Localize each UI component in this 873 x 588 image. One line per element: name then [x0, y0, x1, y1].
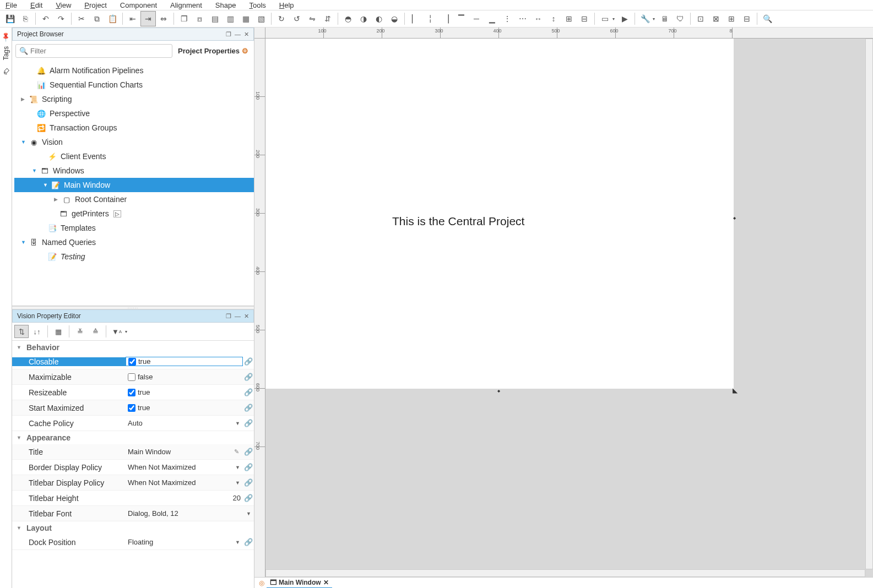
align-center-icon[interactable]: ╎ [422, 11, 438, 26]
save-all-icon[interactable]: ⎘ [18, 11, 33, 26]
align-top-icon[interactable]: ▔ [453, 11, 469, 26]
filter-icon[interactable]: ▼A [110, 325, 124, 338]
minimize-icon[interactable]: — [235, 31, 241, 38]
prop-cache-policy[interactable]: Cache Policy Auto ▼ 🔗 [12, 416, 254, 431]
menu-project[interactable]: Project [84, 1, 106, 9]
prop-dock-position[interactable]: Dock Position Floating ▼ 🔗 [12, 535, 254, 550]
same-size-icon[interactable]: ⊞ [561, 11, 577, 26]
menu-help[interactable]: Help [279, 1, 294, 9]
tree-item-templates[interactable]: 📑 Templates [14, 221, 254, 235]
back-icon[interactable]: ▥ [223, 11, 238, 26]
align3-icon[interactable]: ⇔ [156, 11, 171, 26]
filter-input[interactable]: 🔍 [15, 44, 172, 58]
menu-file[interactable]: File [6, 1, 17, 9]
tree-item-client-events[interactable]: ⚡ Client Events [14, 149, 254, 164]
exclude-icon[interactable]: ◒ [387, 11, 402, 26]
flip-v-icon[interactable]: ⇵ [320, 11, 335, 26]
menu-component[interactable]: Component [120, 1, 157, 9]
horizontal-scrollbar[interactable] [265, 569, 865, 577]
bind-icon[interactable]: 🔗 [243, 404, 254, 412]
tree-item-scripting[interactable]: ▶ 📜 Scripting [14, 92, 254, 106]
paste-icon[interactable]: 📋 [105, 11, 120, 26]
minimize-icon[interactable]: — [235, 313, 241, 320]
menu-view[interactable]: View [56, 1, 71, 9]
bind-icon[interactable]: 🔗 [243, 478, 254, 487]
project-properties-button[interactable]: Project Properties ⚙ [176, 44, 251, 58]
tag-icon[interactable]: 🏷 [1, 67, 10, 77]
label-component[interactable]: This is the Central Project [392, 215, 524, 228]
bind-icon[interactable]: 🔗 [243, 463, 254, 471]
snap4-icon[interactable]: ⊟ [739, 11, 755, 26]
prop-border-policy[interactable]: Border Display Policy When Not Maximized… [12, 460, 254, 475]
front-icon[interactable]: ▤ [207, 11, 223, 26]
intersect-icon[interactable]: ◐ [371, 11, 387, 26]
cat-layout[interactable]: ▼Layout [12, 521, 254, 535]
rotate-ccw-icon[interactable]: ↺ [289, 11, 305, 26]
redo-icon[interactable]: ↷ [53, 11, 69, 26]
dropdown-icon[interactable]: ▼ [235, 540, 243, 545]
snap2-icon[interactable]: ⊠ [708, 11, 724, 26]
bind-icon[interactable]: 🔗 [243, 373, 254, 381]
prop-title[interactable]: Title Main Window ✎ 🔗 [12, 444, 254, 460]
same-width-icon[interactable]: ↔ [530, 11, 546, 26]
shield-icon[interactable]: 🛡 [673, 11, 688, 26]
prop-start-maximized[interactable]: Start Maximized true 🔗 [12, 400, 254, 416]
dropdown-icon[interactable]: ▼ [235, 421, 243, 426]
window-surface[interactable]: This is the Central Project [265, 39, 734, 389]
close-tab-icon[interactable]: ✕ [323, 579, 329, 586]
tree-item-main-window[interactable]: ▼ 📝 Main Window [14, 178, 254, 192]
sort-cat-icon[interactable]: ⇅ [14, 325, 29, 338]
flip-h-icon[interactable]: ⇋ [305, 11, 320, 26]
save-icon[interactable]: 💾 [2, 11, 18, 26]
undo-icon[interactable]: ↶ [38, 11, 53, 26]
subtract-icon[interactable]: ◑ [356, 11, 371, 26]
menu-alignment[interactable]: Alignment [170, 1, 202, 9]
tags-tab[interactable]: Tags [1, 43, 11, 63]
prop-titlebar-policy[interactable]: Titlebar Display Policy When Not Maximiz… [12, 475, 254, 491]
menu-tools[interactable]: Tools [249, 1, 265, 9]
bind-icon[interactable]: 🔗 [243, 448, 254, 456]
vertical-scrollbar[interactable] [865, 39, 873, 569]
close-icon[interactable]: ✕ [244, 31, 249, 38]
rotate-cw-icon[interactable]: ↻ [274, 11, 289, 26]
wrench-icon[interactable]: 🔧 [637, 11, 653, 26]
bind-icon[interactable]: 🔗 [243, 388, 254, 396]
rect-tool-icon[interactable]: ▭ [597, 11, 612, 26]
tree-item-windows[interactable]: ▼ 🗔 Windows [14, 164, 254, 178]
snap3-icon[interactable]: ⊞ [724, 11, 739, 26]
union-icon[interactable]: ◓ [340, 11, 356, 26]
bind-icon[interactable]: 🔗 [243, 357, 254, 366]
zoom-icon[interactable]: 🔍 [760, 11, 775, 26]
prop-closable[interactable]: Closable true 🔗 [12, 354, 254, 369]
ungroup-icon[interactable]: ⧈ [192, 11, 207, 26]
bind-icon[interactable]: 🔗 [243, 419, 254, 427]
dropdown-icon[interactable]: ▼ [235, 465, 243, 470]
center-h-icon[interactable]: ⊟ [577, 11, 592, 26]
resize-handle-right[interactable]: ⬥ [733, 214, 738, 219]
prop-maximizable[interactable]: Maximizable false 🔗 [12, 369, 254, 385]
copy-icon[interactable]: ⧉ [89, 11, 105, 26]
dropdown-icon[interactable]: ▼ [246, 511, 254, 516]
group-icon[interactable]: ❐ [176, 11, 192, 26]
cut-icon[interactable]: ✂ [74, 11, 89, 26]
forward-icon[interactable]: ▦ [238, 11, 253, 26]
table-view-icon[interactable]: ▦ [51, 325, 66, 338]
menu-shape[interactable]: Shape [215, 1, 236, 9]
dist-v-icon[interactable]: ⋯ [515, 11, 530, 26]
tree-item-root-container[interactable]: ▶ ▢ Root Container [14, 192, 254, 206]
tree-item-getprinters[interactable]: 🗔 getPrinters ▷ [14, 206, 254, 221]
tree-item-alarm[interactable]: 🔔 Alarm Notification Pipelines [14, 63, 254, 78]
pencil-icon[interactable]: ✎ [234, 448, 243, 455]
collapse-icon[interactable]: ≙ [88, 325, 102, 338]
restore-icon[interactable]: ❐ [226, 313, 231, 320]
cat-behavior[interactable]: ▼Behavior [12, 341, 254, 354]
pin-icon[interactable]: 📌 [0, 31, 12, 43]
bind-icon[interactable]: 🔗 [243, 494, 254, 502]
resize-handle-corner[interactable]: ◣ [733, 386, 738, 392]
restore-icon[interactable]: ❐ [226, 31, 231, 38]
monitor-icon[interactable]: 🖥 [657, 11, 673, 26]
prop-titlebar-height[interactable]: Titlebar Height 20 🔗 [12, 491, 254, 506]
cat-appearance[interactable]: ▼Appearance [12, 431, 254, 444]
tree-item-txn[interactable]: 🔁 Transaction Groups [14, 121, 254, 135]
tree-item-vision[interactable]: ▼ ◉ Vision [14, 135, 254, 149]
